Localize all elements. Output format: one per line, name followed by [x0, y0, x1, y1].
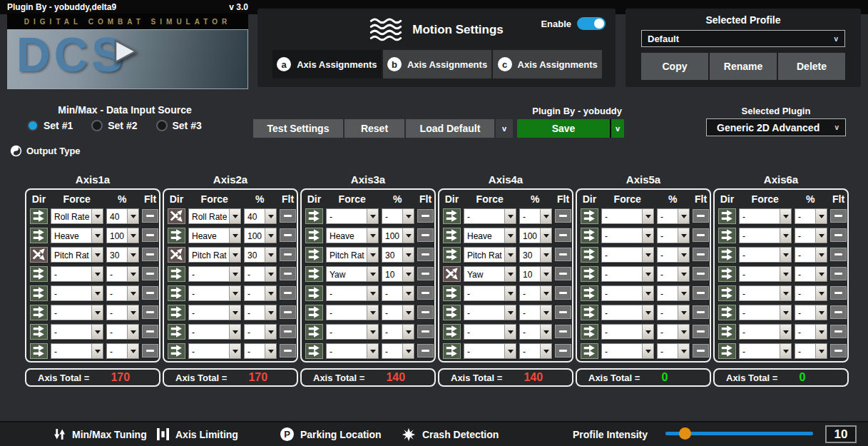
force-select[interactable]: -: [739, 285, 792, 301]
filter-button[interactable]: [417, 305, 434, 319]
direction-toggle[interactable]: [30, 285, 48, 301]
filter-button[interactable]: [417, 267, 434, 280]
force-select[interactable]: -: [51, 305, 103, 320]
filter-button[interactable]: [280, 248, 296, 261]
force-select[interactable]: -: [51, 266, 103, 282]
filter-button[interactable]: [830, 305, 847, 319]
percent-select[interactable]: -: [795, 208, 827, 224]
footer-item-crash-detection[interactable]: Crash Detection: [402, 422, 499, 446]
direction-toggle[interactable]: [581, 247, 598, 263]
filter-button[interactable]: [693, 228, 709, 242]
force-select[interactable]: Heave: [188, 228, 241, 243]
footer-item-parking-location[interactable]: PParking Location: [280, 422, 382, 446]
force-select[interactable]: -: [51, 324, 103, 340]
force-select[interactable]: -: [601, 266, 654, 282]
filter-button[interactable]: [142, 325, 158, 338]
percent-select[interactable]: 30: [519, 247, 552, 263]
direction-toggle[interactable]: [30, 343, 48, 359]
force-select[interactable]: Yaw: [464, 266, 516, 282]
delete-button[interactable]: Delete: [778, 53, 845, 80]
force-select[interactable]: Roll Rate: [188, 208, 241, 224]
profile-intensity-slider[interactable]: [665, 432, 813, 435]
direction-toggle[interactable]: [168, 247, 185, 263]
percent-select[interactable]: -: [657, 208, 690, 224]
percent-select[interactable]: -: [519, 343, 552, 359]
force-select[interactable]: -: [739, 324, 792, 340]
direction-toggle[interactable]: [305, 247, 323, 263]
percent-select[interactable]: -: [382, 208, 414, 224]
percent-select[interactable]: -: [244, 266, 277, 282]
force-select[interactable]: -: [326, 208, 379, 224]
load-default-button[interactable]: Load Default: [406, 119, 494, 138]
percent-select[interactable]: 100: [106, 228, 139, 243]
enable-toggle[interactable]: [577, 17, 606, 30]
direction-toggle[interactable]: [305, 266, 323, 282]
percent-select[interactable]: -: [657, 285, 690, 301]
filter-button[interactable]: [280, 228, 296, 242]
filter-button[interactable]: [830, 344, 847, 358]
percent-select[interactable]: -: [244, 305, 277, 320]
force-select[interactable]: -: [601, 305, 654, 320]
filter-button[interactable]: [555, 305, 571, 319]
direction-toggle[interactable]: [443, 247, 461, 263]
direction-toggle[interactable]: [581, 343, 598, 359]
percent-select[interactable]: -: [519, 324, 552, 340]
filter-button[interactable]: [693, 325, 709, 338]
filter-button[interactable]: [417, 209, 434, 223]
load-default-caret-button[interactable]: v: [496, 119, 513, 138]
radio-set-3[interactable]: Set #3: [156, 120, 202, 131]
direction-toggle[interactable]: [168, 305, 185, 320]
force-select[interactable]: Roll Rate: [51, 208, 103, 224]
direction-toggle[interactable]: [30, 228, 48, 243]
force-select[interactable]: -: [739, 266, 792, 282]
percent-select[interactable]: -: [519, 305, 552, 320]
direction-toggle[interactable]: [581, 305, 598, 320]
direction-toggle[interactable]: [168, 266, 185, 282]
filter-button[interactable]: [830, 267, 847, 280]
percent-select[interactable]: 40: [106, 208, 139, 224]
filter-button[interactable]: [693, 209, 709, 223]
direction-toggle[interactable]: [718, 305, 736, 320]
force-select[interactable]: Pitch Rat: [188, 247, 241, 263]
force-select[interactable]: Yaw: [326, 266, 379, 282]
filter-button[interactable]: [417, 344, 434, 358]
filter-button[interactable]: [830, 209, 847, 223]
percent-select[interactable]: -: [795, 324, 827, 340]
force-select[interactable]: -: [739, 228, 792, 243]
percent-select[interactable]: -: [795, 266, 827, 282]
force-select[interactable]: -: [326, 343, 379, 359]
force-select[interactable]: Heave: [51, 228, 103, 243]
percent-select[interactable]: 100: [519, 228, 552, 243]
percent-select[interactable]: -: [519, 208, 552, 224]
filter-button[interactable]: [555, 209, 571, 223]
direction-toggle[interactable]: [305, 285, 323, 301]
filter-button[interactable]: [142, 286, 158, 300]
force-select[interactable]: -: [51, 285, 103, 301]
percent-select[interactable]: -: [657, 228, 690, 243]
percent-select[interactable]: 30: [244, 247, 277, 263]
direction-toggle[interactable]: [168, 343, 185, 359]
percent-select[interactable]: -: [795, 285, 827, 301]
filter-button[interactable]: [142, 248, 158, 261]
direction-toggle[interactable]: [305, 324, 323, 340]
force-select[interactable]: Pitch Rat: [326, 247, 379, 263]
direction-toggle[interactable]: [581, 228, 598, 243]
test-settings-button[interactable]: Test Settings: [253, 119, 343, 138]
force-select[interactable]: -: [464, 324, 516, 340]
filter-button[interactable]: [555, 344, 571, 358]
reset-button[interactable]: Reset: [344, 119, 404, 138]
percent-select[interactable]: -: [657, 266, 690, 282]
percent-select[interactable]: -: [382, 343, 414, 359]
footer-item-axis-limiting[interactable]: Axis Limiting: [157, 422, 238, 446]
footer-item-min-max-tuning[interactable]: Min/Max Tuning: [53, 422, 147, 446]
percent-select[interactable]: 30: [382, 247, 414, 263]
force-select[interactable]: -: [601, 208, 654, 224]
percent-select[interactable]: -: [382, 305, 414, 320]
direction-toggle[interactable]: [443, 324, 461, 340]
force-select[interactable]: -: [601, 343, 654, 359]
filter-button[interactable]: [555, 228, 571, 242]
direction-toggle[interactable]: [443, 285, 461, 301]
percent-select[interactable]: -: [657, 247, 690, 263]
direction-toggle[interactable]: [718, 228, 736, 243]
force-select[interactable]: -: [601, 324, 654, 340]
